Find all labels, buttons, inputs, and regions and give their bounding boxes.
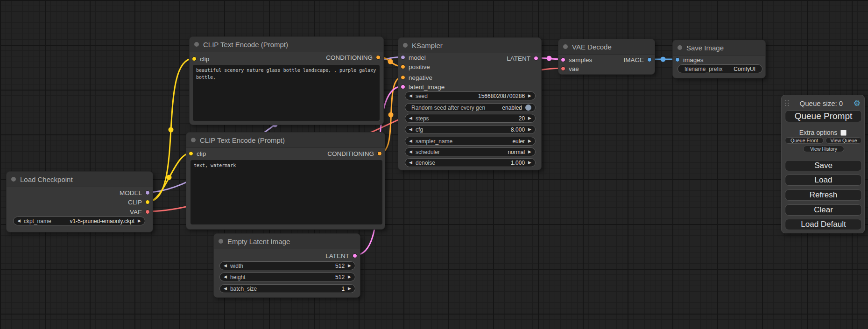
widget-steps[interactable]: ◀ steps 20 ▶ <box>405 114 536 123</box>
widget-filename-prefix[interactable]: filename_prefix ComfyUI <box>677 64 762 73</box>
extra-options-checkbox[interactable] <box>840 130 847 136</box>
clear-button[interactable]: Clear <box>785 204 862 216</box>
output-port-latent[interactable]: LATENT <box>325 252 357 259</box>
increment-arrow-icon[interactable]: ▶ <box>528 127 531 132</box>
output-port-model[interactable]: MODEL <box>120 189 150 196</box>
model-port-dot-icon[interactable] <box>401 55 405 60</box>
conditioning-port-dot-icon[interactable] <box>401 75 405 80</box>
toggle-icon[interactable] <box>525 105 531 111</box>
conditioning-port-dot-icon[interactable] <box>376 55 381 60</box>
view-history-button[interactable]: View History <box>803 146 844 152</box>
increment-arrow-icon[interactable]: ▶ <box>528 116 531 120</box>
node-title-bar[interactable]: Load Checkpoint <box>7 172 153 187</box>
increment-arrow-icon[interactable]: ▶ <box>348 287 351 291</box>
node-vae-decode[interactable]: VAE Decode samples vae IMAGE <box>558 39 655 75</box>
node-title-bar[interactable]: Save Image <box>673 40 765 56</box>
node-collapse-dot-icon[interactable] <box>677 45 682 50</box>
decrement-arrow-icon[interactable]: ◀ <box>224 264 227 268</box>
latent-port-dot-icon[interactable] <box>401 84 405 89</box>
decrement-arrow-icon[interactable]: ◀ <box>409 94 412 98</box>
decrement-arrow-icon[interactable]: ◀ <box>409 116 412 120</box>
widget-cfg[interactable]: ◀ cfg 8.000 ▶ <box>405 125 536 134</box>
conditioning-port-dot-icon[interactable] <box>401 64 405 69</box>
node-load-checkpoint[interactable]: Load Checkpoint MODEL CLIP VAE ◀ ckpt_na… <box>6 171 153 232</box>
queue-prompt-button[interactable]: Queue Prompt <box>785 110 862 122</box>
widget-sampler-name[interactable]: ◀ sampler_name euler ▶ <box>405 137 536 146</box>
image-port-dot-icon[interactable] <box>675 57 680 62</box>
output-port-conditioning[interactable]: CONDITIONING <box>327 150 382 157</box>
node-collapse-dot-icon[interactable] <box>403 43 408 48</box>
widget-width[interactable]: ◀ width 512 ▶ <box>219 261 355 270</box>
latent-port-dot-icon[interactable] <box>353 253 357 258</box>
input-port-clip[interactable]: clip <box>189 150 206 157</box>
view-queue-button[interactable]: View Queue <box>826 137 862 144</box>
node-save-image[interactable]: Save Image images filename_prefix ComfyU… <box>672 40 766 78</box>
widget-height[interactable]: ◀ height 512 ▶ <box>219 273 355 281</box>
increment-arrow-icon[interactable]: ▶ <box>348 275 351 279</box>
widget-random-seed[interactable]: Random seed after every gen enabled <box>405 103 536 112</box>
input-port-model[interactable]: model <box>401 54 426 61</box>
node-collapse-dot-icon[interactable] <box>563 44 568 49</box>
decrement-arrow-icon[interactable]: ◀ <box>224 275 227 279</box>
input-port-negative[interactable]: negative <box>401 74 432 81</box>
output-port-clip[interactable]: CLIP <box>128 199 150 205</box>
vae-port-dot-icon[interactable] <box>561 66 565 71</box>
decrement-arrow-icon[interactable]: ◀ <box>17 219 21 223</box>
widget-denoise[interactable]: ◀ denoise 1.000 ▶ <box>405 158 536 167</box>
input-port-latent-image[interactable]: latent_image <box>401 84 445 90</box>
node-title-bar[interactable]: KSampler <box>398 38 541 53</box>
node-empty-latent-image[interactable]: Empty Latent Image LATENT ◀ width 512 ▶ … <box>213 233 360 298</box>
output-port-conditioning[interactable]: CONDITIONING <box>326 54 381 61</box>
widget-scheduler[interactable]: ◀ scheduler normal ▶ <box>405 147 536 156</box>
widget-seed[interactable]: ◀ seed 156680208700286 ▶ <box>405 91 536 100</box>
prompt-textarea[interactable]: beautiful scenery nature glass bottle la… <box>193 65 380 121</box>
node-clip-text-encode-negative[interactable]: CLIP Text Encode (Prompt) clip CONDITION… <box>186 132 385 230</box>
vae-port-dot-icon[interactable] <box>145 210 150 214</box>
output-port-image[interactable]: IMAGE <box>623 56 652 63</box>
clip-port-dot-icon[interactable] <box>192 56 197 61</box>
conditioning-port-dot-icon[interactable] <box>377 151 382 156</box>
clip-port-dot-icon[interactable] <box>145 200 150 204</box>
widget-batch-size[interactable]: ◀ batch_size 1 ▶ <box>219 284 355 293</box>
node-collapse-dot-icon[interactable] <box>191 138 196 142</box>
input-port-clip[interactable]: clip <box>192 56 209 62</box>
decrement-arrow-icon[interactable]: ◀ <box>409 127 412 132</box>
load-button[interactable]: Load <box>785 175 862 186</box>
refresh-button[interactable]: Refresh <box>785 189 862 201</box>
save-button[interactable]: Save <box>785 160 862 171</box>
node-graph-canvas[interactable]: Load Checkpoint MODEL CLIP VAE ◀ ckpt_na… <box>0 0 868 329</box>
increment-arrow-icon[interactable]: ▶ <box>528 150 531 154</box>
input-port-images[interactable]: images <box>675 56 704 63</box>
node-title-bar[interactable]: CLIP Text Encode (Prompt) <box>186 133 385 148</box>
increment-arrow-icon[interactable]: ▶ <box>348 264 351 268</box>
input-port-positive[interactable]: positive <box>401 63 430 70</box>
node-collapse-dot-icon[interactable] <box>219 239 223 244</box>
queue-front-button[interactable]: Queue Front <box>785 137 824 144</box>
node-title-bar[interactable]: Empty Latent Image <box>214 234 360 249</box>
decrement-arrow-icon[interactable]: ◀ <box>409 161 412 165</box>
node-ksampler[interactable]: KSampler model positive negative latent_… <box>398 37 542 170</box>
drag-handle-icon[interactable] <box>785 100 789 106</box>
node-collapse-dot-icon[interactable] <box>11 177 16 182</box>
prompt-textarea[interactable]: text, watermark <box>191 160 382 224</box>
decrement-arrow-icon[interactable]: ◀ <box>409 150 412 154</box>
decrement-arrow-icon[interactable]: ◀ <box>224 287 227 291</box>
increment-arrow-icon[interactable]: ▶ <box>528 94 531 98</box>
widget-ckpt-name[interactable]: ◀ ckpt_name v1-5-pruned-emaonly.ckpt ▶ <box>13 217 145 225</box>
increment-arrow-icon[interactable]: ▶ <box>528 161 531 165</box>
latent-port-dot-icon[interactable] <box>561 57 565 62</box>
model-port-dot-icon[interactable] <box>145 190 150 195</box>
decrement-arrow-icon[interactable]: ◀ <box>409 139 412 143</box>
node-title-bar[interactable]: CLIP Text Encode (Prompt) <box>190 37 383 52</box>
clip-port-dot-icon[interactable] <box>189 151 193 156</box>
output-port-latent[interactable]: LATENT <box>507 55 538 62</box>
gear-icon[interactable]: ⚙ <box>854 99 861 107</box>
input-port-samples[interactable]: samples <box>561 56 592 63</box>
node-collapse-dot-icon[interactable] <box>194 42 199 47</box>
output-port-vae[interactable]: VAE <box>130 209 150 215</box>
image-port-dot-icon[interactable] <box>647 57 652 62</box>
node-title-bar[interactable]: VAE Decode <box>558 39 655 55</box>
increment-arrow-icon[interactable]: ▶ <box>528 139 531 143</box>
latent-port-dot-icon[interactable] <box>534 56 538 61</box>
load-default-button[interactable]: Load Default <box>785 219 862 230</box>
